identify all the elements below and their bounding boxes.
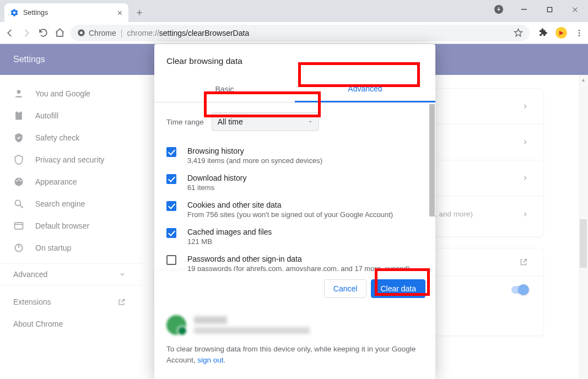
close-window-button[interactable] [564, 1, 586, 18]
window-controls [488, 1, 586, 18]
maximize-button[interactable] [538, 1, 560, 18]
clear-browsing-data-dialog: Clear browsing data Basic Advanced Time … [154, 44, 435, 379]
downloads-icon[interactable] [488, 1, 510, 18]
site-info-icon[interactable]: Chrome [77, 29, 116, 37]
url-text: chrome://settings/clearBrowserData [127, 29, 249, 37]
svg-rect-5 [547, 7, 552, 12]
tab-advanced[interactable]: Advanced [295, 76, 435, 102]
new-tab-button[interactable] [132, 5, 147, 20]
tab-title: Settings [23, 9, 112, 17]
bookmark-icon[interactable] [514, 28, 523, 37]
list-item[interactable]: Browsing history3,419 items (and more on… [166, 142, 423, 169]
list-item[interactable]: Cached images and files121 MB [166, 223, 423, 250]
url-chip: Chrome [89, 29, 116, 37]
menu-icon[interactable] [575, 29, 584, 37]
gear-icon [10, 8, 19, 17]
avatar [166, 315, 186, 335]
footer-note: To clear browsing data from this device … [166, 344, 423, 366]
dialog-scrollbar[interactable] [429, 102, 435, 271]
home-button[interactable] [54, 28, 65, 39]
dialog-tabs: Basic Advanced [154, 76, 435, 102]
checkbox[interactable] [166, 174, 176, 184]
svg-point-11 [579, 32, 580, 34]
url-separator: | [121, 29, 123, 37]
svg-point-10 [579, 30, 580, 31]
time-range-label: Time range [166, 118, 204, 126]
list-item[interactable]: Cookies and other site dataFrom 756 site… [166, 196, 423, 223]
dialog-body: Time range All time Browsing history3,41… [154, 102, 435, 271]
list-item[interactable]: Download history61 items [166, 169, 423, 196]
browser-toolbar: Chrome | chrome://settings/clearBrowserD… [0, 22, 588, 44]
checkbox[interactable] [166, 228, 176, 238]
svg-point-9 [80, 31, 83, 34]
window-titlebar: Settings [0, 0, 588, 22]
minimize-button[interactable] [513, 1, 535, 18]
account-text [194, 316, 310, 334]
list-item[interactable]: Passwords and other sign-in data19 passw… [166, 250, 423, 271]
extensions-icon[interactable] [538, 28, 548, 37]
svg-point-12 [579, 35, 580, 36]
dialog-footer: To clear browsing data from this device … [154, 306, 435, 380]
checkbox[interactable] [166, 255, 176, 265]
close-icon[interactable] [117, 10, 123, 16]
forward-button[interactable] [21, 28, 32, 39]
reload-button[interactable] [37, 28, 48, 39]
clear-data-button[interactable]: Clear data [371, 279, 425, 298]
dropdown-icon [308, 119, 313, 124]
tab-basic[interactable]: Basic [154, 76, 295, 102]
cancel-button[interactable]: Cancel [324, 279, 367, 298]
sign-out-link[interactable]: sign out [197, 356, 223, 364]
checkbox[interactable] [166, 147, 176, 157]
extension-badge-icon[interactable] [555, 27, 567, 39]
time-range-select[interactable]: All time [212, 112, 319, 131]
dialog-title: Clear browsing data [154, 44, 435, 76]
checkbox[interactable] [166, 201, 176, 211]
address-bar[interactable]: Chrome | chrome://settings/clearBrowserD… [71, 25, 530, 41]
back-button[interactable] [4, 28, 15, 39]
scroll-thumb[interactable] [429, 104, 435, 216]
dialog-actions: Cancel Clear data [154, 271, 435, 306]
browser-tab[interactable]: Settings [4, 3, 128, 22]
